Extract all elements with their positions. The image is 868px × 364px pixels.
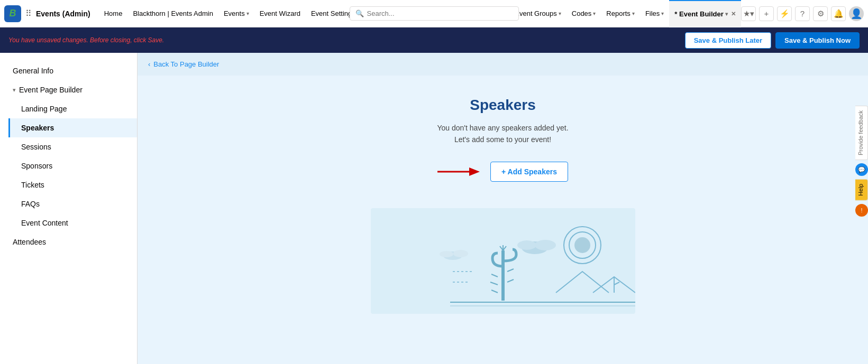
chevron-down-icon: ▾: [246, 11, 249, 16]
chevron-down-icon: ▾: [661, 11, 664, 16]
help-icon[interactable]: ?: [795, 6, 810, 21]
save-bar: You have unsaved changes. Before closing…: [0, 27, 868, 53]
provide-feedback-tab[interactable]: Provide feedback: [855, 106, 868, 160]
sidebar-item-general-info[interactable]: General Info: [0, 61, 137, 80]
help-badge[interactable]: !: [855, 204, 868, 217]
chevron-down-icon: ▾: [632, 11, 635, 16]
chat-icon[interactable]: 💬: [855, 163, 868, 176]
app-icon: B: [4, 5, 21, 22]
notifications-icon[interactable]: 🔔: [831, 6, 846, 21]
speakers-description: You don't have any speakers added yet. L…: [437, 122, 568, 146]
search-input[interactable]: [367, 10, 513, 17]
chevron-down-icon: ▾: [593, 11, 596, 16]
right-icons: ★▾ + ⚡ ? ⚙ 🔔 👤: [741, 6, 864, 21]
svg-point-22: [440, 251, 453, 257]
svg-point-18: [535, 240, 556, 250]
add-speakers-button[interactable]: + Add Speakers: [490, 162, 568, 182]
speakers-title: Speakers: [470, 97, 536, 114]
sidebar: General Info ▾ Event Page Builder Landin…: [0, 53, 138, 364]
favorites-icon[interactable]: ★▾: [741, 6, 756, 21]
svg-point-21: [453, 250, 468, 257]
main-layout: General Info ▾ Event Page Builder Landin…: [0, 53, 868, 364]
lightning-icon[interactable]: ⚡: [777, 6, 792, 21]
chevron-down-icon: ▾: [559, 11, 561, 16]
help-tab[interactable]: Help: [855, 179, 868, 201]
chevron-down-icon: ▾: [13, 87, 16, 94]
nav-blackthorn-events-admin[interactable]: Blackthorn | Events Admin: [127, 0, 218, 27]
close-icon[interactable]: ✕: [731, 11, 736, 17]
nav-events[interactable]: Events ▾: [218, 0, 254, 27]
desert-illustration: [371, 208, 635, 314]
save-publish-now-button[interactable]: Save & Publish Now: [775, 32, 860, 49]
arrow-right-icon: [437, 164, 480, 180]
sidebar-item-tickets[interactable]: Tickets: [8, 175, 137, 194]
nav-codes[interactable]: Codes ▾: [567, 0, 601, 27]
svg-point-5: [574, 237, 590, 253]
sidebar-item-landing-page[interactable]: Landing Page: [8, 99, 137, 118]
avatar[interactable]: 👤: [849, 6, 864, 21]
add-icon[interactable]: +: [759, 6, 774, 21]
unsaved-warning: You have unsaved changes. Before closing…: [8, 36, 164, 44]
speakers-content: Speakers You don't have any speakers add…: [138, 76, 868, 314]
chevron-left-icon: ‹: [148, 60, 150, 68]
add-speakers-row: + Add Speakers: [437, 162, 568, 182]
save-publish-later-button[interactable]: Save & Publish Later: [685, 32, 771, 49]
nav-reports[interactable]: Reports ▾: [601, 0, 640, 27]
sidebar-item-speakers[interactable]: Speakers: [8, 118, 137, 137]
nav-event-builder[interactable]: * Event Builder ▾ ✕: [669, 0, 741, 27]
svg-point-19: [517, 240, 536, 250]
nav-home[interactable]: Home: [99, 0, 128, 27]
chevron-down-icon: ▾: [725, 11, 728, 17]
search-icon: 🔍: [355, 10, 364, 17]
sidebar-item-sponsors[interactable]: Sponsors: [8, 156, 137, 175]
search-bar: 🔍: [350, 6, 519, 21]
nav-event-wizard[interactable]: Event Wizard: [254, 0, 306, 27]
app-name: Events (Admin): [36, 10, 90, 18]
grid-menu-icon[interactable]: ⠿: [25, 8, 32, 18]
sidebar-item-event-content[interactable]: Event Content: [8, 213, 137, 232]
sidebar-item-attendees[interactable]: Attendees: [0, 232, 137, 251]
right-sidebar: Provide feedback 💬 Help !: [855, 106, 868, 218]
nav-files[interactable]: Files ▾: [640, 0, 669, 27]
top-navigation: B ⠿ Events (Admin) Home Blackthorn | Eve…: [0, 0, 868, 27]
back-to-page-builder-link[interactable]: ‹ Back To Page Builder: [138, 53, 868, 76]
app-icon-letter: B: [10, 8, 16, 19]
content-area: ‹ Back To Page Builder Speakers You don'…: [138, 53, 868, 364]
sidebar-item-faqs[interactable]: FAQs: [8, 194, 137, 213]
sidebar-item-sessions[interactable]: Sessions: [8, 137, 137, 156]
svg-marker-1: [469, 167, 480, 176]
sidebar-section-event-page-builder[interactable]: ▾ Event Page Builder: [0, 80, 137, 99]
sidebar-sub-items: Landing Page Speakers Sessions Sponsors …: [0, 99, 137, 232]
settings-icon[interactable]: ⚙: [813, 6, 828, 21]
